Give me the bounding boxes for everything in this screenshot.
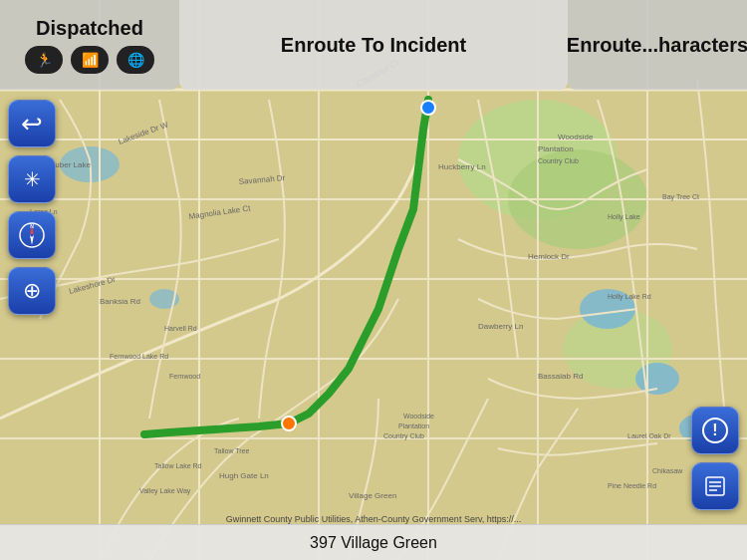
svg-text:Woodside: Woodside [403,413,434,420]
svg-text:Plantation: Plantation [538,144,574,153]
left-buttons: ↩ ✳ N ⊕ [8,100,56,315]
svg-text:Harvell Rd: Harvell Rd [164,325,197,332]
svg-text:Suber Lake: Suber Lake [50,160,91,169]
notes-button[interactable] [691,462,739,510]
recenter-button[interactable]: ✳ [8,155,56,203]
alert-button[interactable]: ! [691,407,739,454]
svg-text:Fernwood: Fernwood [169,373,200,380]
bottom-bar: 397 Village Green [0,524,747,560]
svg-text:Tallow Lake Rd: Tallow Lake Rd [154,462,202,469]
target-button[interactable]: ⊕ [8,267,56,315]
svg-marker-57 [30,235,34,245]
svg-point-54 [282,417,296,430]
svg-text:!: ! [712,421,717,438]
svg-text:Holly Lake: Holly Lake [608,213,640,221]
svg-text:Dawberry Ln: Dawberry Ln [478,322,523,331]
svg-text:Chikasaw: Chikasaw [652,467,683,474]
svg-text:Country Club: Country Club [538,157,579,165]
svg-text:Pine Needle Rd: Pine Needle Rd [608,482,656,489]
svg-text:Valley Lake Way: Valley Lake Way [139,487,191,495]
svg-text:Bassalab Rd: Bassalab Rd [538,372,583,381]
svg-text:Country Club: Country Club [383,432,424,440]
svg-text:Huckberry Ln: Huckberry Ln [438,162,486,171]
svg-text:Laurel Oak Dr: Laurel Oak Dr [627,432,671,439]
right-buttons: ! [691,407,739,510]
svg-text:Tallow Tree: Tallow Tree [214,447,250,454]
svg-text:Fernwood Lake Rd: Fernwood Lake Rd [110,353,168,360]
map-container[interactable]: Chestnut Ct Savannah Dr Magnolia Lake Ct… [0,0,747,560]
svg-text:Woodside: Woodside [558,133,594,141]
svg-text:Holly Lake Rd: Holly Lake Rd [608,293,651,301]
reverse-button[interactable]: ↩ [8,100,56,147]
svg-text:Bay Tree Ct: Bay Tree Ct [662,193,699,201]
svg-text:Hugh Gate Ln: Hugh Gate Ln [219,471,269,480]
svg-text:N: N [30,223,34,229]
compass-button[interactable]: N [8,211,56,259]
svg-text:Village Green: Village Green [349,491,396,500]
svg-text:Hemlock Dr: Hemlock Dr [528,252,570,261]
svg-text:Plantation: Plantation [398,422,429,429]
address-label: 397 Village Green [310,534,437,552]
svg-point-53 [421,101,435,115]
svg-text:Banksia Rd: Banksia Rd [100,297,140,306]
svg-point-5 [635,363,679,395]
